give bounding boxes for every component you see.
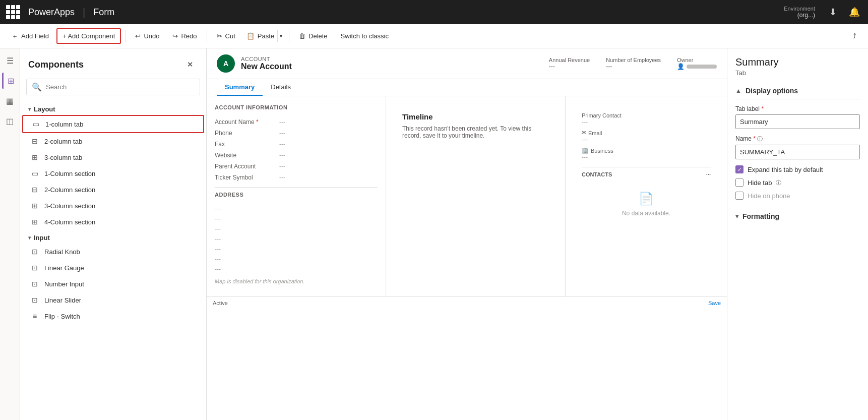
form-header-info: ACCOUNT New Account — [241, 56, 543, 71]
cut-button[interactable]: ✂ Cut — [211, 29, 241, 43]
form-tabs: Summary Details — [207, 79, 727, 96]
display-options-header[interactable]: ▲ Display options — [735, 83, 860, 99]
name-field: Name * ⓘ — [735, 135, 860, 159]
sidebar-item-linear-slider[interactable]: ⊡ Linear Slider — [22, 292, 204, 308]
address-row-5: --- — [215, 244, 378, 254]
address-rows: --- --- --- --- --- --- --- — [215, 204, 378, 274]
download-icon[interactable]: ⬇ — [827, 5, 839, 20]
primary-contact-label: Primary Contact — [582, 112, 711, 118]
map-disabled-label: Map is disabled for this organization. — [215, 274, 378, 288]
sidebar-item-2-column-section[interactable]: ⊟ 2-Column section — [22, 182, 204, 198]
contacts-more-icon[interactable]: ··· — [706, 171, 711, 177]
3-col-section-icon: ⊞ — [30, 202, 39, 210]
add-component-button[interactable]: + Add Component — [56, 28, 121, 44]
account-name: New Account — [241, 62, 543, 71]
name-label: Name * ⓘ — [735, 135, 860, 143]
undo-button[interactable]: ↩ Undo — [130, 29, 165, 43]
share-icon: ⤴ — [853, 32, 856, 40]
business-label: Business — [591, 148, 613, 154]
field-value-account-name: --- — [279, 118, 285, 126]
footer-save[interactable]: Save — [708, 300, 721, 306]
address-row-3: --- — [215, 224, 378, 234]
redo-button[interactable]: ↪ Redo — [167, 29, 202, 43]
sidebar-list: ▾ Layout ▭ 1-column tab ⊟ 2-column tab ⊞… — [20, 101, 206, 420]
right-panel-title: Summary — [735, 56, 860, 68]
switch-classic-button[interactable]: Switch to classic — [335, 29, 394, 43]
employees-field: Number of Employees --- — [606, 57, 661, 70]
sidebar-item-1-column-section[interactable]: ▭ 1-Column section — [22, 165, 204, 182]
layout-chevron-icon: ▾ — [28, 106, 31, 112]
expand-checkbox[interactable] — [735, 165, 743, 173]
sidebar-with-icons: ☰ ⊞ ▦ ◫ Components ✕ 🔍 ▾ — [0, 48, 207, 420]
close-button[interactable]: ✕ — [182, 56, 198, 73]
sidebar-item-linear-gauge[interactable]: ⊡ Linear Gauge — [22, 260, 204, 276]
search-container: 🔍 — [26, 79, 200, 95]
hide-tab-checkbox-row: Hide tab ⓘ — [735, 178, 860, 187]
layout-section-label: Layout — [34, 105, 55, 113]
sidebar-item-flip-switch[interactable]: ≡ Flip - Switch — [22, 308, 204, 324]
hide-tab-info-icon[interactable]: ⓘ — [776, 179, 781, 187]
flip-switch-icon: ≡ — [30, 312, 39, 320]
formatting-chevron-icon: ▾ — [735, 213, 738, 220]
add-field-button[interactable]: ＋ Add Field — [6, 28, 54, 44]
delete-button[interactable]: 🗑 Delete — [293, 29, 333, 43]
name-info-icon[interactable]: ⓘ — [757, 136, 763, 142]
linear-gauge-icon: ⊡ — [30, 264, 39, 272]
input-section-header[interactable]: ▾ Input — [22, 230, 204, 244]
dashboard-icon[interactable]: ▦ — [2, 93, 18, 109]
table-icon[interactable]: ⊞ — [2, 73, 18, 89]
sidebar-item-2-column-tab[interactable]: ⊟ 2-column tab — [22, 133, 204, 149]
sidebar-item-label: 4-Column section — [44, 218, 95, 226]
sidebar-item-4-column-section[interactable]: ⊞ 4-Column section — [22, 214, 204, 230]
env-value: (org...) — [797, 12, 815, 19]
radial-knob-icon: ⊡ — [30, 248, 39, 256]
field-value-website: --- — [279, 152, 285, 159]
hamburger-icon[interactable]: ☰ — [2, 52, 18, 69]
hide-phone-checkbox[interactable] — [735, 192, 743, 200]
tab-summary[interactable]: Summary — [217, 79, 263, 96]
page-name: Form — [93, 7, 114, 18]
name-input[interactable] — [735, 145, 860, 159]
form-footer: Active Save — [207, 296, 727, 309]
address-row-2: --- — [215, 214, 378, 224]
layers-icon[interactable]: ◫ — [2, 113, 18, 129]
paste-dropdown-button[interactable]: ▾ — [277, 30, 284, 42]
business-icon: 🏢 — [582, 147, 589, 154]
display-options-section: ▲ Display options Tab label * Name * ⓘ — [735, 83, 860, 200]
bell-icon[interactable]: 🔔 — [847, 5, 862, 20]
cut-icon: ✂ — [217, 32, 222, 40]
display-options-chevron-icon: ▲ — [735, 87, 741, 94]
env-label: Environment — [784, 6, 815, 12]
share-button[interactable]: ⤴ — [847, 29, 862, 43]
tab-details[interactable]: Details — [263, 79, 299, 96]
no-data-icon: 📄 — [639, 192, 654, 206]
sidebar-item-3-column-section[interactable]: ⊞ 3-Column section — [22, 198, 204, 214]
search-input[interactable] — [46, 83, 195, 91]
sidebar-item-label: Linear Gauge — [44, 264, 84, 272]
field-label-parent: Parent Account — [215, 163, 275, 170]
tab-label-label: Tab label * — [735, 105, 860, 112]
layout-section-header[interactable]: ▾ Layout — [22, 101, 204, 115]
delete-icon: 🗑 — [299, 32, 305, 40]
hide-tab-checkbox[interactable] — [735, 178, 743, 187]
waffle-icon[interactable] — [6, 5, 20, 19]
sidebar-title: Components — [28, 59, 84, 70]
sidebar-item-radial-knob[interactable]: ⊡ Radial Knob — [22, 244, 204, 260]
linear-slider-icon: ⊡ — [30, 296, 39, 304]
right-panel-header: Summary Tab — [727, 48, 868, 79]
sidebar-item-1-column-tab[interactable]: ▭ 1-column tab — [22, 115, 204, 133]
sidebar-item-label: Number Input — [44, 280, 84, 288]
sidebar-item-label: 2-column tab — [44, 138, 82, 145]
paste-button[interactable]: 📋 Paste — [243, 29, 277, 43]
tab-label-input[interactable] — [735, 114, 860, 129]
no-data-container: 📄 No data available. — [582, 182, 711, 227]
hide-phone-checkbox-row: Hide on phone — [735, 192, 860, 200]
sidebar-item-label: 3-column tab — [44, 154, 82, 161]
field-row-website: Website --- — [215, 150, 378, 161]
formatting-header[interactable]: ▾ Formatting — [735, 212, 860, 220]
plus-icon: ＋ — [12, 32, 18, 41]
sidebar-item-number-input[interactable]: ⊡ Number Input — [22, 276, 204, 292]
sidebar-item-3-column-tab[interactable]: ⊞ 3-column tab — [22, 149, 204, 165]
hide-phone-label: Hide on phone — [748, 192, 790, 200]
field-value-ticker: --- — [279, 174, 285, 181]
